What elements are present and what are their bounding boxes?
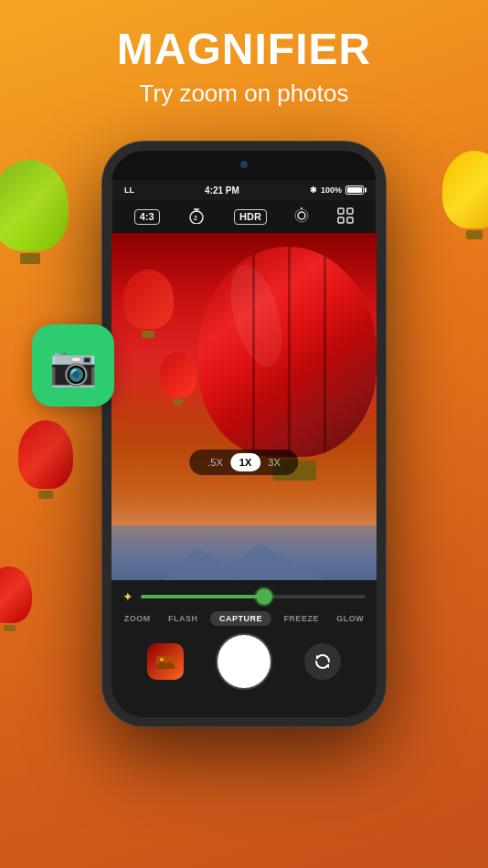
mountains: [164, 535, 324, 580]
hdr-btn[interactable]: HDR: [234, 209, 267, 225]
live-btn[interactable]: [293, 207, 310, 227]
gallery-thumbnail: [147, 643, 184, 680]
viewfinder: .5X 1X 3X: [111, 233, 377, 580]
svg-rect-10: [347, 217, 353, 223]
timer-btn[interactable]: 2: [186, 207, 207, 227]
camera-toolbar[interactable]: 4:3 2 HDR: [111, 200, 377, 233]
tab-bar: ZOOM FLASH CAPTURE FREEZE GLOW: [111, 609, 377, 628]
app-title: MAGNIFIER: [0, 26, 488, 74]
bg-balloon-3: [0, 566, 32, 631]
camera-icon: 📷: [49, 344, 97, 388]
brightness-icon: ✦: [122, 589, 133, 604]
tab-capture[interactable]: CAPTURE: [210, 611, 271, 626]
svg-rect-8: [347, 208, 353, 214]
svg-point-4: [298, 212, 305, 219]
svg-text:2: 2: [194, 215, 197, 221]
capture-button[interactable]: [217, 635, 271, 688]
scene-balloon-1: [121, 270, 175, 338]
svg-rect-9: [338, 217, 344, 223]
main-balloon: [198, 247, 377, 484]
battery-fill: [347, 187, 362, 193]
app-icon-badge: 📷: [32, 324, 114, 407]
phone-notch: [198, 156, 290, 175]
tab-zoom[interactable]: ZOOM: [119, 612, 156, 625]
svg-point-5: [295, 209, 308, 222]
main-balloon-body: [198, 247, 377, 457]
tab-glow[interactable]: GLOW: [331, 612, 369, 625]
battery-icon: [345, 185, 364, 195]
scene-balloon-2: [157, 352, 198, 405]
grid-btn[interactable]: [337, 207, 354, 227]
horizon: [111, 525, 377, 580]
tab-freeze[interactable]: FREEZE: [278, 612, 324, 625]
stripe-2: [288, 247, 291, 457]
slider-container: ✦: [111, 580, 377, 608]
zoom-3x-btn[interactable]: 3X: [260, 454, 287, 471]
phone-mockup: LL 4:21 PM ✱ 100% 4:3 2 HDR: [102, 142, 386, 726]
zoom-05x-btn[interactable]: .5X: [200, 454, 230, 471]
aspect-ratio-btn[interactable]: 4:3: [134, 209, 160, 225]
rotate-camera-button[interactable]: [304, 643, 341, 680]
tab-flash[interactable]: FLASH: [163, 612, 204, 625]
phone-frame: LL 4:21 PM ✱ 100% 4:3 2 HDR: [102, 142, 386, 726]
battery-percent: 100%: [321, 185, 342, 195]
zoom-controls[interactable]: .5X 1X 3X: [189, 450, 298, 475]
balloon-highlight: [221, 259, 292, 373]
top-text-area: MAGNIFIER Try zoom on photos: [0, 26, 488, 108]
gallery-button[interactable]: [147, 643, 184, 680]
status-bar: LL 4:21 PM ✱ 100%: [111, 180, 377, 200]
carrier-text: LL: [124, 185, 134, 195]
app-subtitle: Try zoom on photos: [0, 79, 488, 108]
bottom-controls: ✦ ZOOM FLASH CAPTURE FREEZE GLOW: [111, 580, 377, 717]
status-right: ✱ 100%: [310, 185, 364, 195]
bluetooth-icon: ✱: [310, 185, 317, 195]
bg-balloon-2: [18, 420, 73, 499]
stripe-1: [252, 247, 255, 457]
phone-notch-area: [111, 151, 377, 180]
bg-balloon-right: [442, 151, 488, 239]
zoom-1x-btn[interactable]: 1X: [230, 453, 260, 471]
slider-thumb[interactable]: [256, 588, 272, 605]
stripe-3: [324, 247, 326, 457]
slider-fill: [141, 595, 264, 598]
slider-track[interactable]: [141, 595, 366, 598]
bg-balloon-1: [0, 160, 69, 264]
action-row: [111, 630, 377, 701]
time-text: 4:21 PM: [205, 185, 239, 196]
svg-rect-7: [338, 208, 344, 214]
